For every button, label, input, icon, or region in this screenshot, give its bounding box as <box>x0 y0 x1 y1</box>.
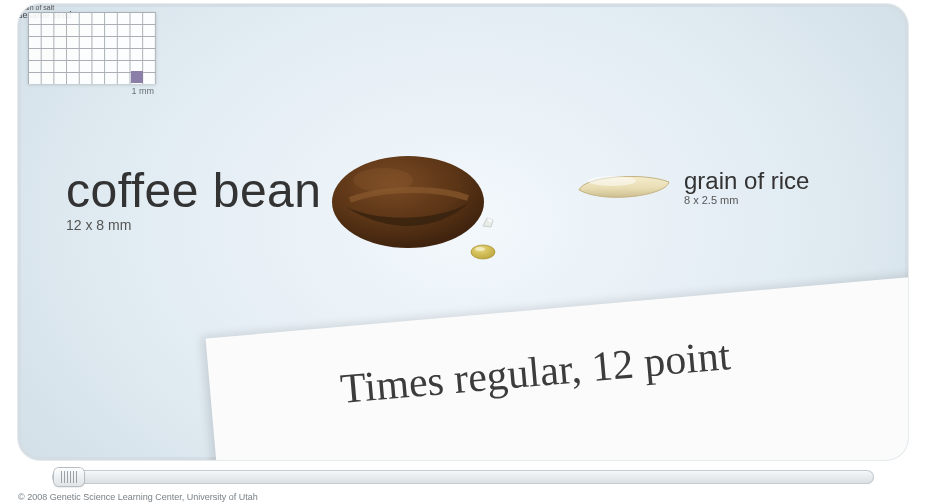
rice-graphic <box>574 170 674 208</box>
svg-point-5 <box>471 245 495 259</box>
coffee-bean-graphic <box>328 152 488 256</box>
viewport-stage: 1 mm coffee bean 12 x 8 mm <box>18 4 908 460</box>
svg-point-0 <box>332 156 484 248</box>
zoom-slider-track[interactable] <box>52 470 874 484</box>
svg-point-2 <box>588 176 636 186</box>
svg-point-6 <box>475 247 485 251</box>
zoom-slider-thumb[interactable] <box>54 468 84 486</box>
ruler-unit-square <box>131 71 143 83</box>
scale-ruler <box>28 12 156 84</box>
rice-name: grain of rice <box>684 168 809 193</box>
svg-point-1 <box>353 168 413 192</box>
coffee-bean-label: coffee bean 12 x 8 mm <box>66 166 322 233</box>
paper-sample-text: Times regular, 12 point <box>338 331 732 413</box>
salt-name: grain of salt <box>18 4 908 11</box>
paper-sheet: Times regular, 12 point <box>206 271 908 460</box>
coffee-bean-name: coffee bean <box>66 166 322 216</box>
salt-graphic <box>481 214 495 232</box>
sesame-graphic <box>470 244 496 264</box>
coffee-bean-dim: 12 x 8 mm <box>66 218 322 233</box>
salt-label: grain of salt <box>18 4 908 11</box>
rice-dim: 8 x 2.5 mm <box>684 195 809 207</box>
ruler-unit-label: 1 mm <box>28 86 156 96</box>
credit-line: © 2008 Genetic Science Learning Center, … <box>18 492 258 502</box>
rice-label: grain of rice 8 x 2.5 mm <box>684 168 809 207</box>
